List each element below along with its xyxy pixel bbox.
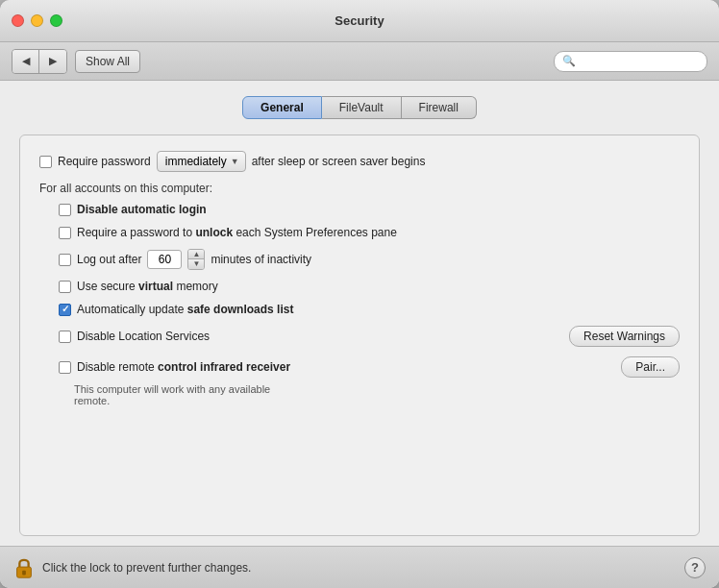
safe-downloads-checkbox[interactable] xyxy=(59,304,71,316)
reset-warnings-button[interactable]: Reset Warnings xyxy=(569,326,680,347)
bottom-bar: Click the lock to prevent further change… xyxy=(0,546,719,588)
tabs: General FileVault Firewall xyxy=(19,96,700,119)
control-bold: control infrared receiver xyxy=(158,360,290,374)
nav-forward-button[interactable]: ▶ xyxy=(39,50,66,73)
unlock-bold: unlock xyxy=(195,226,233,239)
disable-login-label: Disable automatic login xyxy=(77,203,207,216)
require-password-label: Require password xyxy=(58,155,151,168)
require-password-row: Require password immediately ▼ after sle… xyxy=(39,151,680,172)
dropdown-arrow-icon: ▼ xyxy=(231,157,239,166)
stepper-up-button[interactable]: ▲ xyxy=(188,250,204,259)
search-icon: 🔍 xyxy=(562,55,576,67)
search-input[interactable] xyxy=(580,55,699,68)
nav-buttons: ◀ ▶ xyxy=(12,49,67,74)
minimize-button[interactable] xyxy=(31,14,43,27)
disable-login-bold: Disable automatic login xyxy=(77,203,207,216)
disable-login-row: Disable automatic login xyxy=(59,203,680,216)
tab-filevault[interactable]: FileVault xyxy=(322,96,402,119)
pair-button[interactable]: Pair... xyxy=(621,356,680,378)
dropdown-value: immediately xyxy=(165,155,227,168)
infrared-row: Disable remote control infrared receiver… xyxy=(59,356,680,378)
window-title: Security xyxy=(335,13,384,28)
logout-stepper: ▲ ▼ xyxy=(187,249,205,270)
require-password-checkbox[interactable] xyxy=(39,156,52,168)
close-button[interactable] xyxy=(12,14,24,27)
infrared-info-row: This computer will work with any availab… xyxy=(74,383,680,406)
toolbar: ◀ ▶ Show All 🔍 xyxy=(0,42,719,81)
location-services-row: Disable Location Services Reset Warnings xyxy=(59,326,680,347)
tab-firewall[interactable]: Firewall xyxy=(402,96,477,119)
content-area: General FileVault Firewall Require passw… xyxy=(0,81,719,546)
main-window: Security ◀ ▶ Show All 🔍 General FileVaul… xyxy=(0,0,719,588)
secure-virtual-row: Use secure virtual memory xyxy=(59,280,680,293)
safe-downloads-row: Automatically update safe downloads list xyxy=(59,303,680,316)
logout-minutes-input[interactable] xyxy=(147,250,182,269)
lock-icon[interactable] xyxy=(13,555,35,580)
title-bar: Security xyxy=(0,0,719,42)
safe-downloads-bold: safe downloads list xyxy=(187,303,294,316)
location-services-checkbox[interactable] xyxy=(59,331,71,343)
secure-virtual-checkbox[interactable] xyxy=(59,281,71,293)
location-services-label: Disable Location Services xyxy=(77,330,210,343)
infrared-label: Disable remote control infrared receiver xyxy=(77,360,290,374)
settings-panel: Require password immediately ▼ after sle… xyxy=(19,135,700,536)
virtual-bold: virtual xyxy=(138,280,173,293)
search-box: 🔍 xyxy=(554,51,707,72)
require-unlock-row: Require a password to unlock each System… xyxy=(59,226,680,239)
logout-checkbox[interactable] xyxy=(59,254,71,266)
logout-row: Log out after ▲ ▼ minutes of inactivity xyxy=(59,249,680,270)
maximize-button[interactable] xyxy=(50,14,62,27)
logout-suffix: minutes of inactivity xyxy=(211,253,311,266)
disable-login-checkbox[interactable] xyxy=(59,204,71,216)
require-password-suffix: after sleep or screen saver begins xyxy=(252,155,426,168)
password-timing-dropdown[interactable]: immediately ▼ xyxy=(157,151,246,172)
secure-virtual-label: Use secure virtual memory xyxy=(77,280,218,293)
show-all-button[interactable]: Show All xyxy=(75,50,140,73)
safe-downloads-label: Automatically update safe downloads list xyxy=(77,303,293,316)
window-controls xyxy=(12,14,62,27)
stepper-down-button[interactable]: ▼ xyxy=(188,259,204,269)
nav-back-button[interactable]: ◀ xyxy=(12,50,39,73)
logout-label: Log out after xyxy=(77,253,141,266)
tab-general[interactable]: General xyxy=(242,96,322,119)
lock-text: Click the lock to prevent further change… xyxy=(42,561,251,575)
require-unlock-label: Require a password to unlock each System… xyxy=(77,226,397,239)
require-unlock-checkbox[interactable] xyxy=(59,227,71,239)
svg-rect-1 xyxy=(22,570,26,575)
help-button[interactable]: ? xyxy=(684,557,706,578)
infrared-checkbox[interactable] xyxy=(59,361,71,374)
infrared-info-text: This computer will work with any availab… xyxy=(74,383,270,406)
section-header: For all accounts on this computer: xyxy=(39,182,680,195)
